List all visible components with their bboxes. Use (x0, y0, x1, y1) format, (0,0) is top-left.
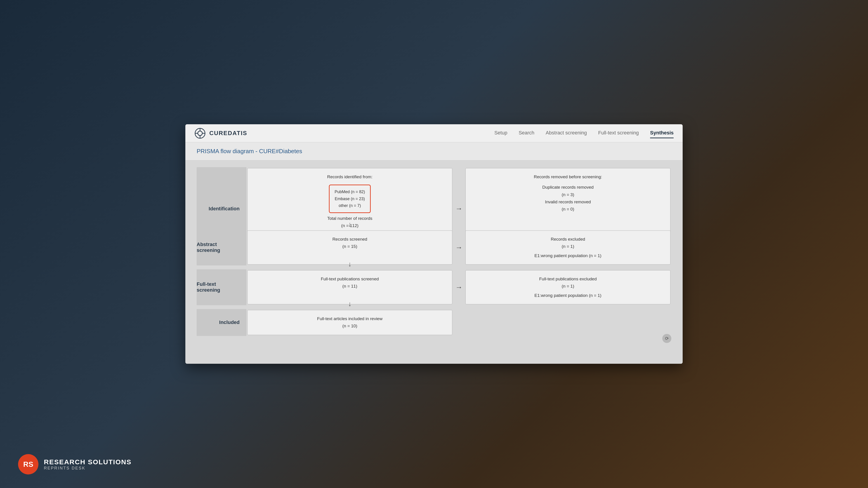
abstract-screening-row: Abstract screening Records screened (n =… (197, 230, 671, 259)
fulltext-excluded-value: (n = 1) (472, 283, 664, 290)
down-arrow-2: ↓ (246, 259, 453, 269)
fulltext-excluded-label: Full-text publications excluded (472, 275, 664, 283)
down-arrow-1: ↓ (246, 219, 453, 230)
v-arrow-1: ↓ (197, 219, 671, 230)
nav-links: Setup Search Abstract screening Full-tex… (494, 128, 674, 138)
nav-abstract-screening[interactable]: Abstract screening (546, 128, 587, 138)
brand-sub: REPRINTS DESK (44, 466, 131, 470)
records-screened-value: (n = 15) (254, 243, 446, 250)
records-screened-label: Records screened (254, 236, 446, 243)
identification-row: Identification Records identified from: … (197, 167, 671, 219)
nav-setup[interactable]: Setup (494, 128, 507, 138)
app-title: CUREDATIS (209, 130, 247, 137)
nav-bar: CUREDATIS Setup Search Abstract screenin… (185, 124, 683, 142)
app-logo-icon (194, 128, 206, 139)
nav-fulltext-screening[interactable]: Full-text screening (598, 128, 639, 138)
brand-text: RESEARCH SOLUTIONS REPRINTS DESK (44, 458, 131, 470)
fulltext-screening-row: Full-text screening Full-text publicatio… (197, 269, 671, 299)
included-row: Included Full-text articles included in … (197, 309, 671, 332)
logo-area: CUREDATIS (194, 128, 247, 139)
removed-header: Records removed before screening: (472, 173, 664, 181)
invalid-removed-value: (n = 0) (472, 205, 664, 213)
page-title-bar: PRISMA flow diagram - CURE#Diabetes (185, 142, 683, 160)
nav-search[interactable]: Search (519, 128, 534, 138)
records-excluded-label: Records excluded (472, 236, 664, 243)
duplicate-removed-label: Duplicate records removed (472, 184, 664, 191)
v-arrow-2: ↓ (197, 259, 671, 269)
source-other: other (n = 7) (335, 202, 365, 209)
records-excluded-reason: E1:wrong patient population (n = 1) (472, 252, 664, 259)
duplicate-removed-value: (n = 3) (472, 191, 664, 198)
prisma-diagram: Identification Records identified from: … (197, 167, 671, 332)
source-pubmed: PubMed (n = 82) (335, 188, 365, 195)
main-content: Identification Records identified from: … (185, 160, 683, 364)
down-arrow-3: ↓ (246, 299, 453, 309)
included-label: Included (197, 309, 246, 336)
app-window: CUREDATIS Setup Search Abstract screenin… (185, 124, 683, 364)
sources-highlighted-box: PubMed (n = 82) Embase (n = 23) other (n… (329, 185, 371, 213)
svg-point-1 (198, 131, 202, 135)
scroll-icon[interactable]: ⟳ (662, 334, 671, 343)
fulltext-screened-label: Full-text publications screened (254, 275, 446, 283)
included-articles-label: Full-text articles included in review (254, 315, 446, 322)
fulltext-screened-value: (n = 11) (254, 283, 446, 290)
source-embase: Embase (n = 23) (335, 195, 365, 202)
included-main-box: Full-text articles included in review (n… (247, 310, 452, 335)
brand-logo-icon: RS (18, 454, 38, 475)
records-identified-header: Records identified from: (254, 173, 446, 181)
included-articles-value: (n = 10) (254, 322, 446, 330)
records-excluded-value: (n = 1) (472, 243, 664, 250)
footer-brand: RS RESEARCH SOLUTIONS REPRINTS DESK (18, 454, 131, 475)
fulltext-excluded-reason: E1:wrong patient population (n = 1) (472, 292, 664, 299)
nav-synthesis[interactable]: Synthesis (650, 128, 674, 138)
v-arrow-3: ↓ (197, 299, 671, 309)
brand-name: RESEARCH SOLUTIONS (44, 458, 131, 466)
page-title: PRISMA flow diagram - CURE#Diabetes (197, 148, 302, 155)
invalid-removed-label: Invalid records removed (472, 198, 664, 205)
